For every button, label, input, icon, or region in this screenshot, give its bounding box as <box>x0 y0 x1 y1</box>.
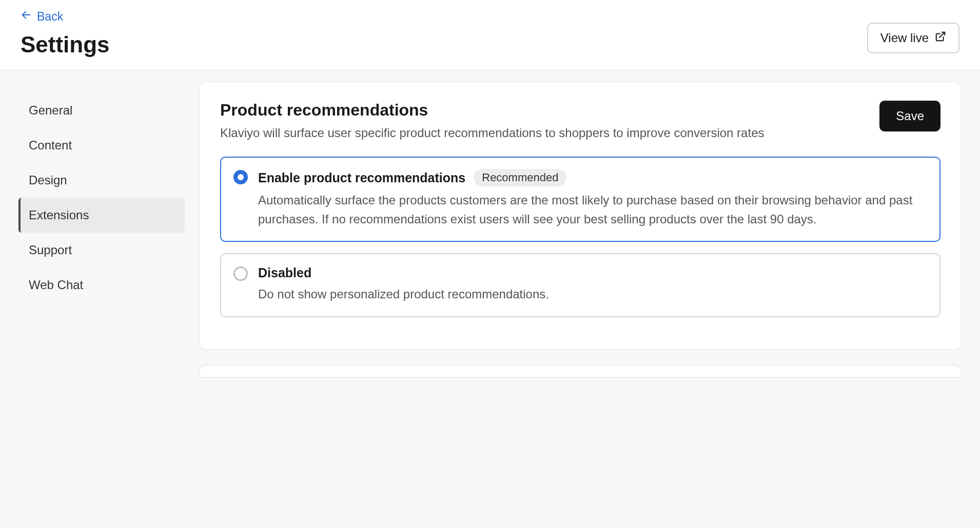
main-content: Product recommendations Klaviyo will sur… <box>195 82 980 527</box>
radio-circle-icon <box>233 267 248 281</box>
svg-line-1 <box>939 32 945 37</box>
sidebar: General Content Design Extensions Suppor… <box>0 82 195 527</box>
top-bar: Back Settings View live <box>0 0 980 70</box>
arrow-left-icon <box>21 9 32 24</box>
sidebar-item-support[interactable]: Support <box>18 233 185 268</box>
top-bar-left: Back Settings <box>21 9 110 58</box>
sidebar-item-web-chat[interactable]: Web Chat <box>18 268 185 302</box>
save-button[interactable]: Save <box>879 101 940 131</box>
sidebar-item-content[interactable]: Content <box>18 128 185 163</box>
card-title: Product recommendations <box>220 101 867 120</box>
radio-description: Automatically surface the products custo… <box>258 191 927 229</box>
body-area: General Content Design Extensions Suppor… <box>0 70 980 527</box>
radio-content: Disabled Do not show personalized produc… <box>258 266 927 304</box>
recommended-badge: Recommended <box>474 169 566 186</box>
radio-content: Enable product recommendations Recommend… <box>258 169 927 229</box>
sidebar-item-general[interactable]: General <box>18 93 185 128</box>
next-card-peek <box>199 365 962 377</box>
back-label: Back <box>37 10 63 24</box>
radio-title: Enable product recommendations <box>258 170 465 185</box>
radio-option-disabled[interactable]: Disabled Do not show personalized produc… <box>220 253 940 317</box>
external-link-icon <box>935 31 946 45</box>
back-link[interactable]: Back <box>21 9 63 24</box>
sidebar-item-design[interactable]: Design <box>18 163 185 198</box>
card-subtitle: Klaviyo will surface user specific produ… <box>220 124 867 142</box>
radio-option-enable[interactable]: Enable product recommendations Recommend… <box>220 157 940 242</box>
sidebar-item-extensions[interactable]: Extensions <box>18 198 185 233</box>
page-title: Settings <box>21 32 110 58</box>
view-live-button[interactable]: View live <box>867 23 959 53</box>
card-header-text: Product recommendations Klaviyo will sur… <box>220 101 867 142</box>
radio-title-row: Enable product recommendations Recommend… <box>258 169 927 186</box>
card-header: Product recommendations Klaviyo will sur… <box>220 101 940 142</box>
product-recommendations-card: Product recommendations Klaviyo will sur… <box>199 82 962 350</box>
radio-title: Disabled <box>258 266 311 280</box>
radio-circle-icon <box>233 170 248 184</box>
radio-title-row: Disabled <box>258 266 927 280</box>
view-live-label: View live <box>880 31 929 45</box>
radio-description: Do not show personalized product recomme… <box>258 285 927 304</box>
